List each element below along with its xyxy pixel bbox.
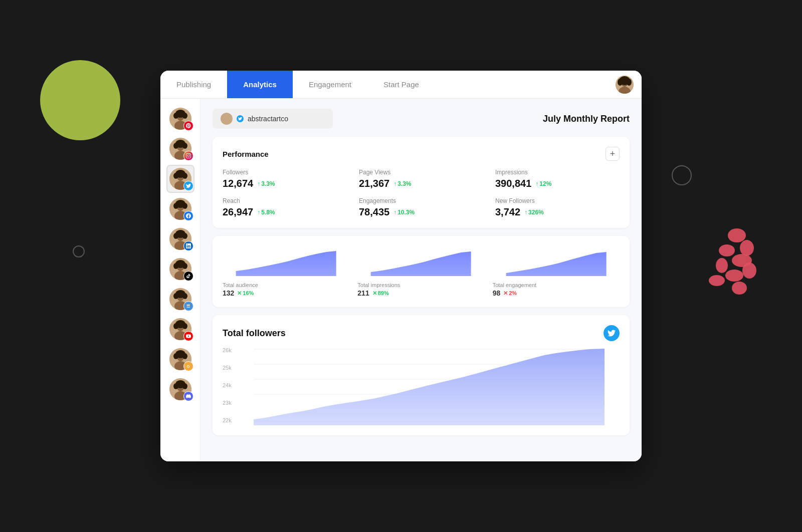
bg-decoration-circle2: [73, 245, 85, 257]
sidebar-item-pinterest[interactable]: [166, 105, 194, 133]
svg-point-31: [173, 173, 178, 179]
svg-point-14: [627, 79, 632, 86]
metric-impressions-label: Impressions: [495, 169, 620, 176]
svg-point-5: [725, 270, 743, 282]
top-nav: Publishing Analytics Engagement Start Pa…: [160, 71, 642, 99]
svg-point-6: [742, 262, 756, 279]
account-name: abstractartco: [248, 115, 288, 123]
mini-chart-audience-label: Total audience: [223, 282, 349, 288]
svg-point-4: [716, 258, 728, 273]
metric-engagements-value-row: 78,435 ↑10.3%: [359, 206, 483, 218]
avatar-wrap-twitter: [169, 168, 191, 190]
sidebar-item-tiktok[interactable]: [166, 255, 194, 283]
tab-publishing[interactable]: Publishing: [160, 71, 227, 98]
content-area: abstractartco July Monthly Report Perfor…: [200, 99, 642, 461]
sidebar-item-instagram[interactable]: [166, 135, 194, 163]
sidebar-item-buffer[interactable]: ☰: [166, 285, 194, 313]
badge-tiktok: [183, 271, 193, 281]
main-area: ☰: [160, 99, 642, 461]
sidebar: ☰: [160, 99, 200, 461]
report-title: July Monthly Report: [543, 114, 630, 124]
mini-chart-impressions: Total impressions 211 ✕89%: [357, 246, 484, 297]
mini-chart-impressions-value: 211: [357, 289, 369, 297]
svg-point-8: [732, 282, 747, 295]
metric-pageviews-value: 21,367: [359, 178, 389, 189]
y-axis-labels: 26k 25k 24k 23k 22k: [223, 345, 239, 425]
metric-newfollowers: New Followers 3,742 ↑326%: [495, 197, 620, 218]
user-avatar[interactable]: [608, 71, 642, 98]
y-label-24k: 24k: [223, 382, 235, 388]
tab-engagement[interactable]: Engagement: [293, 71, 367, 98]
mini-chart-impressions-value-row: 211 ✕89%: [357, 289, 484, 297]
badge-discord: [183, 391, 193, 401]
mini-chart-impressions-svg: [357, 246, 484, 276]
account-selector[interactable]: abstractartco: [213, 109, 333, 129]
avatar-wrap-pinterest: [169, 108, 191, 130]
metric-engagements: Engagements 78,435 ↑10.3%: [359, 197, 483, 218]
metric-pageviews-value-row: 21,367 ↑3.3%: [359, 178, 483, 189]
metric-pageviews: Page Views 21,367 ↑3.3%: [359, 169, 483, 189]
app-window: Publishing Analytics Engagement Start Pa…: [160, 71, 642, 461]
avatar-wrap-linkedin: [169, 228, 191, 250]
metric-newfollowers-label: New Followers: [495, 197, 620, 204]
mini-charts-grid: Total audience 132 ✕16%: [223, 246, 620, 297]
y-label-23k: 23k: [223, 400, 235, 406]
sidebar-item-twitter[interactable]: [166, 165, 194, 193]
svg-point-1: [740, 240, 754, 256]
bg-decoration-green: [40, 60, 120, 140]
sidebar-item-linkedin[interactable]: [166, 225, 194, 253]
mini-chart-engagement-value: 98: [493, 289, 501, 297]
svg-point-61: [173, 323, 178, 329]
avatar-wrap-buffer: ☰: [169, 288, 191, 310]
mini-chart-audience-change: ✕16%: [237, 290, 254, 297]
metric-reach: Reach 26,947 ↑5.8%: [223, 197, 347, 218]
performance-add-button[interactable]: +: [606, 147, 620, 161]
metric-reach-change: ↑5.8%: [257, 209, 275, 216]
mini-chart-engagement-svg: [493, 246, 620, 276]
badge-youtube: [183, 331, 193, 341]
svg-point-7: [709, 275, 725, 286]
followers-title: Total followers: [223, 328, 286, 339]
svg-point-68: [182, 353, 187, 359]
metric-engagements-value: 78,435: [359, 206, 389, 218]
svg-point-62: [182, 323, 187, 329]
avatar-wrap-facebook: [169, 198, 191, 220]
mini-chart-engagement-change: ✕2%: [503, 290, 517, 297]
metric-followers-change: ↑3.3%: [257, 180, 275, 187]
sidebar-item-facebook[interactable]: [166, 195, 194, 223]
mini-chart-engagement: Total engagement 98 ✕2%: [493, 246, 620, 297]
sidebar-item-youtube[interactable]: [166, 315, 194, 343]
avatar-wrap-google: G: [169, 348, 191, 370]
tab-startpage[interactable]: Start Page: [367, 71, 435, 98]
svg-point-32: [182, 173, 187, 179]
svg-point-73: [173, 383, 178, 389]
svg-point-55: [173, 293, 178, 299]
bg-decoration-circle: [672, 165, 692, 185]
metric-engagements-label: Engagements: [359, 197, 483, 204]
metric-impressions: Impressions 390,841 ↑12%: [495, 169, 620, 189]
metric-newfollowers-value-row: 3,742 ↑326%: [495, 206, 620, 218]
performance-card-header: Performance +: [223, 147, 620, 161]
avatar-wrap-instagram: [169, 138, 191, 160]
sidebar-item-google[interactable]: G: [166, 345, 194, 373]
followers-card-header: Total followers: [223, 325, 620, 341]
sidebar-item-discord[interactable]: [166, 375, 194, 403]
mini-chart-audience-value: 132: [223, 289, 234, 297]
followers-chart-area: [239, 345, 620, 425]
badge-linkedin: [183, 241, 193, 251]
metrics-grid: Followers 12,674 ↑3.3% Page Views 21,367…: [223, 169, 620, 218]
metric-reach-value: 26,947: [223, 206, 253, 218]
followers-twitter-badge: [604, 325, 620, 341]
followers-card: Total followers 26k 25k 24k 23k 22k: [213, 315, 630, 435]
mini-chart-impressions-change: ✕89%: [372, 290, 389, 297]
svg-point-56: [182, 293, 187, 299]
metric-newfollowers-value: 3,742: [495, 206, 520, 218]
metric-impressions-change: ↑12%: [535, 180, 551, 187]
avatar-image: [616, 76, 634, 94]
mini-chart-audience-value-row: 132 ✕16%: [223, 289, 349, 297]
performance-title: Performance: [223, 150, 269, 158]
metric-pageviews-label: Page Views: [359, 169, 483, 176]
tab-analytics[interactable]: Analytics: [227, 71, 293, 98]
svg-point-13: [618, 79, 623, 86]
mini-chart-impressions-label: Total impressions: [357, 282, 484, 288]
